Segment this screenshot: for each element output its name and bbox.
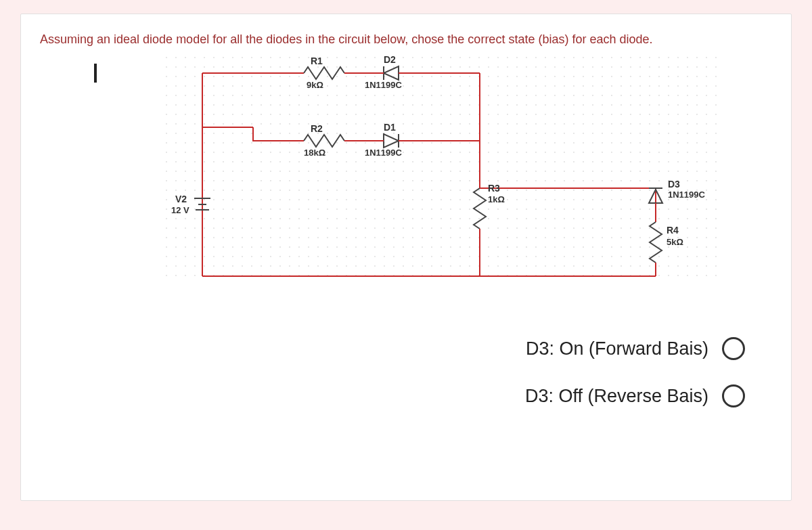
label-D1-model: 1N1199C [365,148,402,158]
question-card: Assuming an ideal diode model for all th… [20,14,792,501]
radio-icon [722,337,745,360]
circuit-diagram: R1 9kΩ D2 1N1199C R2 18kΩ D1 1N1199C R3 … [81,53,730,296]
label-R3-name: R3 [488,183,500,194]
answer-option-reverse[interactable]: D3: Off (Reverse Bais) [40,384,745,407]
circuit-svg [81,53,730,296]
label-R3-value: 1kΩ [488,194,505,204]
label-R4-name: R4 [667,225,679,236]
label-R2-name: R2 [311,123,323,134]
label-R1-value: 9kΩ [307,80,323,90]
label-V2-name: V2 [175,194,187,204]
label-D2-name: D2 [384,54,396,65]
answer-label: D3: On (Forward Bais) [526,338,708,359]
label-D1-name: D1 [384,122,396,133]
label-V2-value: 12 V [171,205,189,215]
label-R2-value: 18kΩ [304,148,325,158]
label-R1-name: R1 [311,56,323,66]
svg-marker-5 [384,134,399,148]
label-D3-name: D3 [668,179,680,190]
answer-label: D3: Off (Reverse Bais) [525,386,708,407]
answer-options: D3: On (Forward Bais) D3: Off (Reverse B… [40,337,772,407]
label-R4-value: 5kΩ [667,237,683,247]
svg-marker-3 [384,66,399,80]
label-D3-model: 1N1199C [668,190,705,200]
radio-icon [722,384,745,407]
label-D2-model: 1N1199C [365,80,402,90]
question-text: Assuming an ideal diode model for all th… [40,30,772,49]
answer-option-forward[interactable]: D3: On (Forward Bais) [40,337,745,360]
